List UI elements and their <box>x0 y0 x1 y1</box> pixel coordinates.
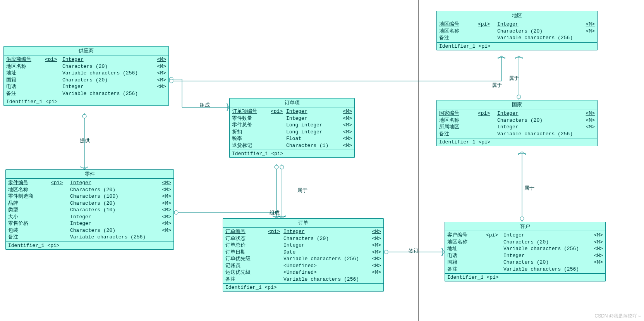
attr-row: 包装Characters (20)<M> <box>8 227 171 234</box>
rel-label-sign: 签订 <box>409 247 419 254</box>
attr-row: 备注Variable characters (256) <box>439 35 595 41</box>
attr-row: 折扣Long integer<M> <box>232 129 352 136</box>
entity-customer[interactable]: 客户客户编号<pi>Integer<M>地区名称Characters (20)<… <box>445 222 606 281</box>
attr-row: 国家编号<pi>Integer<M> <box>439 110 595 117</box>
entity-title: 地区 <box>437 11 597 20</box>
svg-point-13 <box>174 211 178 214</box>
watermark: CSDN @我是蒸饺吖～ <box>594 313 642 319</box>
attr-row: 订单项编号<pi>Integer<M> <box>232 108 352 115</box>
rel-label-belong-supplier-region: 属于 <box>492 82 502 89</box>
attr-row: 退货标记Characters (1)<M> <box>232 142 352 149</box>
svg-point-27 <box>520 217 524 221</box>
attr-row: 地区名称Characters (20)<M> <box>439 117 595 124</box>
attr-row: 所属地区Integer<M> <box>439 124 595 131</box>
entity-attrs: 订单项编号<pi>Integer<M>零件数量Integer<M>零件总价Lon… <box>230 107 354 150</box>
rel-label-belong2: 属于 <box>509 75 519 82</box>
attr-row: 运送优先级<Undefined><M> <box>225 269 381 276</box>
svg-point-17 <box>280 165 284 169</box>
attr-row: 地区名称Characters (20)<M> <box>447 239 603 246</box>
rel-label-compose2: 组成 <box>270 209 280 216</box>
entity-attrs: 地区编号<pi>Integer<M>地区名称Characters (20)<M>… <box>437 20 597 43</box>
entity-orderitem[interactable]: 订单项订单项编号<pi>Integer<M>零件数量Integer<M>零件总价… <box>229 98 355 158</box>
entity-region[interactable]: 地区地区编号<pi>Integer<M>地区名称Characters (20)<… <box>436 11 598 50</box>
attr-row: 地区编号<pi>Integer<M> <box>439 21 595 28</box>
svg-point-24 <box>517 95 521 99</box>
attr-row: 类型Characters (10)<M> <box>8 207 171 214</box>
attr-row: 零件数量Integer<M> <box>232 115 352 122</box>
attr-row: 地区名称Characters (20)<M> <box>439 28 595 35</box>
entity-attrs: 零件编号<pi>Integer<M>地区名称Characters (20)<M>… <box>6 179 173 242</box>
attr-row: 备注Variable characters (256) <box>447 266 603 273</box>
entity-attrs: 订单编号<pi>Integer<M>订单状态Characters (20)<M>… <box>223 228 383 284</box>
entity-title: 零件 <box>6 170 173 179</box>
attr-row: 地址Variable characters (256)<M> <box>6 70 166 77</box>
entity-attrs: 国家编号<pi>Integer<M>地区名称Characters (20)<M>… <box>437 109 597 138</box>
entity-identifier: Identifier_1 <pi> <box>445 274 605 281</box>
attr-row: 地区名称Characters (20)<M> <box>6 63 166 70</box>
svg-point-10 <box>169 79 173 83</box>
attr-row: 零件总价Long integer<M> <box>232 122 352 129</box>
attr-row: 供应商编号<pi>Integer<M> <box>6 56 166 63</box>
entity-identifier: Identifier_1 <pi> <box>230 150 354 157</box>
attr-row: 地址Variable characters (256)<M> <box>447 245 603 252</box>
svg-point-6 <box>169 77 173 81</box>
entity-title: 供应商 <box>4 47 168 55</box>
rel-label-provide: 提供 <box>80 137 90 144</box>
rel-label-belong1: 属于 <box>297 187 307 194</box>
attr-row: 零件制造商Characters (100)<M> <box>8 193 171 200</box>
attr-row: 零售价格Integer<M> <box>8 220 171 227</box>
entity-identifier: Identifier_1 <pi> <box>437 138 597 146</box>
attr-row: 客户编号<pi>Integer<M> <box>447 232 603 239</box>
attr-row: 零件编号<pi>Integer<M> <box>8 179 171 186</box>
attr-row: 品牌Characters (20)<M> <box>8 200 171 207</box>
entity-title: 订单项 <box>230 98 354 107</box>
entity-order[interactable]: 订单订单编号<pi>Integer<M>订单状态Characters (20)<… <box>223 218 384 292</box>
entity-country[interactable]: 国家国家编号<pi>Integer<M>地区名称Characters (20)<… <box>436 100 598 146</box>
attr-row: 国籍Characters (20)<M> <box>447 259 603 266</box>
entity-identifier: Identifier_1 <pi> <box>6 242 173 249</box>
entity-attrs: 供应商编号<pi>Integer<M>地区名称Characters (20)<M… <box>4 55 168 98</box>
attr-row: 国籍Characters (20)<M> <box>6 77 166 84</box>
entity-title: 订单 <box>223 219 383 228</box>
attr-row: 备注Variable characters (256) <box>8 234 171 241</box>
attr-row: 订单优先级Variable characters (256)<M> <box>225 255 381 262</box>
diagram-canvas: 提供 组成 组成 属于 属于 属于 属于 签订 供应商供应商编号<pi>Inte… <box>0 0 644 321</box>
attr-row: 订单日期Date<M> <box>225 249 381 256</box>
attr-row: 税率Float<M> <box>232 135 352 142</box>
vertical-divider <box>418 0 419 321</box>
entity-supplier[interactable]: 供应商供应商编号<pi>Integer<M>地区名称Characters (20… <box>3 46 169 106</box>
rel-label-compose1: 组成 <box>200 102 210 109</box>
attr-row: 记账员<Undefined><M> <box>225 262 381 269</box>
attr-row: 大小Integer<M> <box>8 214 171 221</box>
attr-row: 备注Variable characters (256) <box>6 90 166 97</box>
svg-point-21 <box>384 250 388 254</box>
attr-row: 电话Integer<M> <box>6 83 166 90</box>
attr-row: 订单编号<pi>Integer<M> <box>225 228 381 235</box>
entity-title: 国家 <box>437 100 597 109</box>
attr-row: 备注Variable characters (256) <box>439 131 595 138</box>
rel-label-belong3: 属于 <box>524 185 534 192</box>
attr-row: 订单总价Integer<M> <box>225 242 381 249</box>
entity-identifier: Identifier_1 <pi> <box>4 98 168 105</box>
entity-identifier: Identifier_1 <pi> <box>437 43 597 50</box>
attr-row: 备注Variable characters (256) <box>225 276 381 283</box>
entity-title: 客户 <box>445 222 605 231</box>
svg-point-1 <box>82 114 86 118</box>
svg-point-16 <box>275 165 278 169</box>
entity-attrs: 客户编号<pi>Integer<M>地区名称Characters (20)<M>… <box>445 231 605 274</box>
attr-row: 电话Integer<M> <box>447 252 603 259</box>
entity-part[interactable]: 零件零件编号<pi>Integer<M>地区名称Characters (20)<… <box>5 169 174 250</box>
entity-identifier: Identifier_1 <pi> <box>223 284 383 291</box>
attr-row: 订单状态Characters (20)<M> <box>225 235 381 242</box>
attr-row: 地区名称Characters (20)<M> <box>8 186 171 193</box>
